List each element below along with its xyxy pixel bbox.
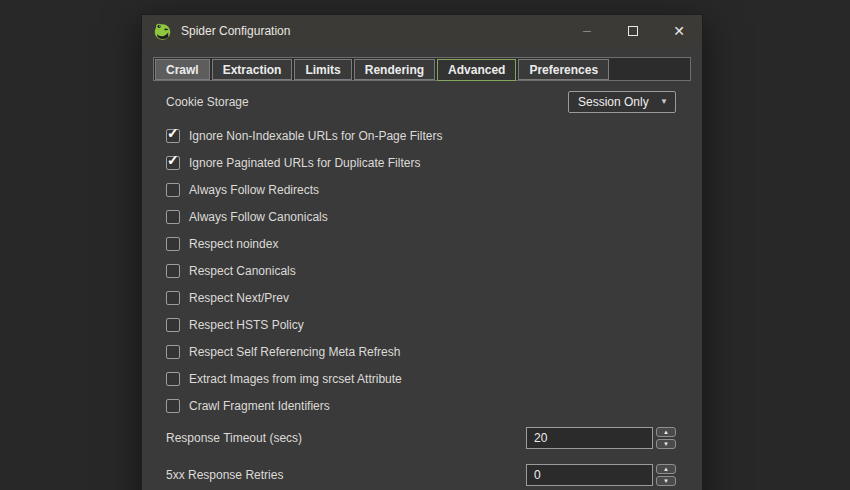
checkbox-row: ✓ Respect HSTS Policy [166,311,676,338]
response-timeout-spinner: ▲ ▼ [526,427,676,449]
checkbox-label[interactable]: Respect Next/Prev [189,291,289,305]
tab-extraction[interactable]: Extraction [212,59,293,80]
chevron-down-icon: ▼ [660,98,668,106]
checkbox-list: ✓ Ignore Non-Indexable URLs for On-Page … [166,122,676,419]
check-icon: ✓ [167,153,179,167]
checkbox-respect-canonicals[interactable]: ✓ [166,264,180,278]
checkbox-row: ✓ Respect Canonicals [166,257,676,284]
spinner-buttons: ▲ ▼ [656,427,676,449]
response-timeout-input[interactable] [526,427,653,449]
spider-configuration-dialog: Spider Configuration ─ ✕ Crawl Extractio… [141,14,703,490]
5xx-retries-row: 5xx Response Retries ▲ ▼ [166,463,676,487]
tab-limits[interactable]: Limits [294,59,351,80]
minimize-button[interactable]: ─ [564,15,610,47]
checkbox-always-follow-redirects[interactable]: ✓ [166,183,180,197]
checkbox-row: ✓ Always Follow Redirects [166,176,676,203]
window-title: Spider Configuration [181,24,290,38]
checkbox-respect-hsts[interactable]: ✓ [166,318,180,332]
checkbox-respect-meta-refresh[interactable]: ✓ [166,345,180,359]
maximize-button[interactable] [610,15,656,47]
5xx-retries-input[interactable] [526,464,653,486]
spinner-buttons: ▲ ▼ [656,464,676,486]
tab-rendering[interactable]: Rendering [354,59,435,80]
checkbox-row: ✓ Crawl Fragment Identifiers [166,392,676,419]
cookie-storage-value: Session Only [578,95,649,109]
checkbox-ignore-non-indexable[interactable]: ✓ [166,129,180,143]
advanced-tab-content: Cookie Storage Session Only ▼ ✓ Ignore N… [142,81,702,487]
spinner-down-button[interactable]: ▼ [656,439,676,449]
titlebar: Spider Configuration ─ ✕ [142,15,702,47]
checkbox-extract-srcset-images[interactable]: ✓ [166,372,180,386]
checkbox-row: ✓ Respect Next/Prev [166,284,676,311]
close-button[interactable]: ✕ [656,15,702,47]
checkbox-label[interactable]: Always Follow Canonicals [189,210,328,224]
screaming-frog-logo-icon [153,22,172,41]
spinner-down-button[interactable]: ▼ [656,476,676,486]
maximize-icon [628,26,638,36]
cookie-storage-row: Cookie Storage Session Only ▼ [166,91,676,113]
checkbox-respect-noindex[interactable]: ✓ [166,237,180,251]
5xx-retries-spinner: ▲ ▼ [526,464,676,486]
checkbox-always-follow-canonicals[interactable]: ✓ [166,210,180,224]
checkbox-label[interactable]: Ignore Paginated URLs for Duplicate Filt… [189,156,420,170]
checkbox-label[interactable]: Respect HSTS Policy [189,318,304,332]
5xx-retries-label: 5xx Response Retries [166,468,283,482]
checkbox-row: ✓ Respect Self Referencing Meta Refresh [166,338,676,365]
window-controls: ─ ✕ [564,15,702,47]
checkbox-label[interactable]: Extract Images from img srcset Attribute [189,372,402,386]
checkbox-label[interactable]: Respect noindex [189,237,278,251]
checkbox-crawl-fragment-identifiers[interactable]: ✓ [166,399,180,413]
tab-advanced[interactable]: Advanced [437,59,516,81]
checkbox-row: ✓ Respect noindex [166,230,676,257]
spinner-up-button[interactable]: ▲ [656,427,676,437]
cookie-storage-dropdown[interactable]: Session Only ▼ [568,91,676,113]
checkbox-label[interactable]: Always Follow Redirects [189,183,319,197]
checkbox-label[interactable]: Respect Self Referencing Meta Refresh [189,345,400,359]
tab-preferences[interactable]: Preferences [518,59,609,80]
checkbox-row: ✓ Extract Images from img srcset Attribu… [166,365,676,392]
response-timeout-row: Response Timeout (secs) ▲ ▼ [166,426,676,450]
checkbox-label[interactable]: Ignore Non-Indexable URLs for On-Page Fi… [189,129,442,143]
cookie-storage-label: Cookie Storage [166,95,249,109]
config-tab-strip: Crawl Extraction Limits Rendering Advanc… [153,57,691,81]
checkbox-label[interactable]: Respect Canonicals [189,264,296,278]
checkbox-ignore-paginated[interactable]: ✓ [166,156,180,170]
check-icon: ✓ [167,126,179,140]
spinner-up-button[interactable]: ▲ [656,464,676,474]
checkbox-row: ✓ Ignore Paginated URLs for Duplicate Fi… [166,149,676,176]
response-timeout-label: Response Timeout (secs) [166,431,302,445]
tab-crawl[interactable]: Crawl [155,59,210,80]
checkbox-row: ✓ Ignore Non-Indexable URLs for On-Page … [166,122,676,149]
checkbox-respect-next-prev[interactable]: ✓ [166,291,180,305]
checkbox-row: ✓ Always Follow Canonicals [166,203,676,230]
checkbox-label[interactable]: Crawl Fragment Identifiers [189,399,330,413]
